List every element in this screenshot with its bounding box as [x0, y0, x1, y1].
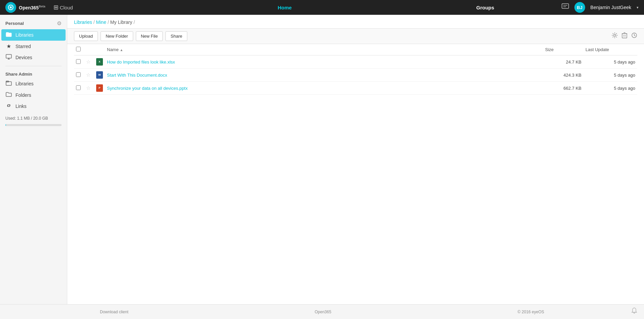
sidebar-item-libraries-label: Libraries [15, 32, 34, 38]
file-link[interactable]: How do Imported files look like.xlsx [107, 59, 175, 65]
breadcrumb-libraries[interactable]: Libraries [74, 19, 92, 25]
user-name[interactable]: Benjamin JustGeek [591, 5, 631, 10]
sidebar-item-folders[interactable]: Folders [0, 89, 67, 101]
row-checkbox[interactable] [76, 85, 81, 90]
svg-point-2 [10, 6, 12, 8]
brand-name: Open365Beta [19, 5, 45, 10]
file-link[interactable]: Start With This Document.docx [107, 73, 167, 78]
nav-center: Home [93, 5, 476, 10]
file-link[interactable]: Synchronize your data on all devices.ppt… [107, 86, 188, 91]
toolbar-right [612, 32, 637, 40]
sidebar-item-links-label: Links [15, 104, 27, 109]
brand-logo [5, 2, 16, 13]
row-file-size-cell: 662.7 KB [543, 82, 583, 95]
groups-link[interactable]: Groups [476, 5, 494, 10]
storage-info: Used: 1.1 MB / 20.0 GB [0, 112, 67, 122]
sidebar-item-starred[interactable]: ★ Starred [0, 41, 67, 52]
breadcrumb-sep2: / [108, 19, 109, 25]
folders-icon [5, 92, 12, 98]
grid-icon: ⊞ [53, 4, 59, 11]
sidebar-gear-icon[interactable]: ⚙ [57, 20, 62, 27]
svg-rect-3 [562, 4, 569, 8]
row-file-name-cell: How do Imported files look like.xlsx [105, 55, 543, 69]
footer-copyright: © 2016 eyeOS [518, 310, 544, 314]
footer-wrapper: Download client Open365 © 2016 eyeOS [0, 310, 644, 314]
cloud-label: Cloud [60, 5, 73, 10]
sidebar-item-share-libraries-label: Libraries [15, 81, 34, 86]
home-link[interactable]: Home [278, 5, 292, 10]
sidebar-item-devices[interactable]: Devices [0, 52, 67, 63]
table-row: ☆ X How do Imported files look like.xlsx… [74, 55, 637, 69]
breadcrumb-sep1: / [93, 19, 95, 25]
svg-point-14 [614, 34, 616, 36]
new-folder-button[interactable]: New Folder [101, 31, 133, 41]
nav-right: BJ Benjamin JustGeek ▾ [562, 2, 639, 13]
toolbar: Upload New Folder New File Share [67, 28, 644, 44]
chat-icon[interactable] [562, 3, 569, 12]
pptx-icon: P [96, 84, 103, 92]
star-icon[interactable]: ☆ [86, 59, 90, 65]
svg-rect-7 [6, 32, 9, 33]
sidebar-item-starred-label: Starred [15, 44, 31, 49]
footer-download-client[interactable]: Download client [100, 310, 128, 314]
row-file-size-cell: 24.7 KB [543, 55, 583, 69]
col-check-header [74, 44, 84, 55]
libraries-icon [5, 32, 12, 38]
star-icon[interactable]: ☆ [86, 72, 90, 78]
sidebar: Personal ⚙ Libraries ★ Starred [0, 15, 67, 304]
sidebar-item-share-libraries[interactable]: Libraries [0, 78, 67, 89]
breadcrumb-sep3: / [134, 19, 135, 25]
storage-bar-fill [5, 124, 6, 126]
settings-icon-button[interactable] [612, 32, 618, 40]
row-star-cell: ☆ [84, 82, 94, 95]
table-row: ☆ P Synchronize your data on all devices… [74, 82, 637, 95]
sidebar-personal-header: Personal ⚙ [0, 19, 67, 29]
row-file-size-cell: 424.3 KB [543, 69, 583, 82]
breadcrumb-mine[interactable]: Mine [96, 19, 106, 25]
breadcrumb-current: My Library [110, 19, 132, 25]
top-nav: Open365Beta ⊞ Cloud Home Groups BJ Benja… [0, 0, 644, 15]
footer: Download client Open365 © 2016 eyeOS [0, 304, 644, 319]
row-file-name-cell: Start With This Document.docx [105, 69, 543, 82]
row-file-update-cell: 5 days ago [583, 55, 637, 69]
main-container: Personal ⚙ Libraries ★ Starred [0, 15, 644, 304]
upload-button[interactable]: Upload [74, 31, 98, 41]
delete-icon-button[interactable] [622, 32, 627, 40]
history-icon-button[interactable] [631, 32, 637, 40]
file-table-wrapper: Name ▲ Size Last Update ☆ X H [67, 44, 644, 95]
footer-product-name: Open365 [315, 310, 331, 314]
file-table-body: ☆ X How do Imported files look like.xlsx… [74, 55, 637, 95]
file-table: Name ▲ Size Last Update ☆ X H [74, 44, 637, 95]
col-name-header[interactable]: Name ▲ [105, 44, 543, 55]
table-row: ☆ W Start With This Document.docx 424.3 … [74, 69, 637, 82]
row-file-update-cell: 5 days ago [583, 82, 637, 95]
row-checkbox[interactable] [76, 72, 81, 77]
sidebar-item-links[interactable]: Links [0, 101, 67, 112]
breadcrumb: Libraries / Mine / My Library / [67, 15, 644, 28]
row-checkbox-cell [74, 69, 84, 82]
user-avatar: BJ [574, 2, 585, 13]
file-table-header: Name ▲ Size Last Update [74, 44, 637, 55]
row-file-icon-cell: P [94, 82, 105, 95]
svg-rect-15 [622, 34, 627, 38]
share-libraries-icon [5, 80, 12, 87]
new-file-button[interactable]: New File [136, 31, 163, 41]
svg-rect-8 [6, 54, 11, 58]
col-size-header: Size [543, 44, 583, 55]
row-checkbox[interactable] [76, 59, 81, 64]
sidebar-item-devices-label: Devices [15, 55, 32, 60]
row-checkbox-cell [74, 82, 84, 95]
toolbar-left: Upload New Folder New File Share [74, 31, 187, 41]
star-icon[interactable]: ☆ [86, 85, 90, 91]
xlsx-icon: X [96, 58, 103, 66]
sidebar-item-libraries[interactable]: Libraries [1, 29, 66, 41]
col-update-header: Last Update [583, 44, 637, 55]
dropdown-arrow-icon[interactable]: ▾ [637, 5, 639, 10]
share-button[interactable]: Share [165, 31, 187, 41]
select-all-checkbox[interactable] [76, 47, 81, 51]
sidebar-divider [5, 66, 62, 66]
links-icon [5, 103, 12, 110]
col-icon-header [94, 44, 105, 55]
sort-arrow-icon: ▲ [120, 48, 123, 52]
starred-icon: ★ [5, 43, 12, 49]
